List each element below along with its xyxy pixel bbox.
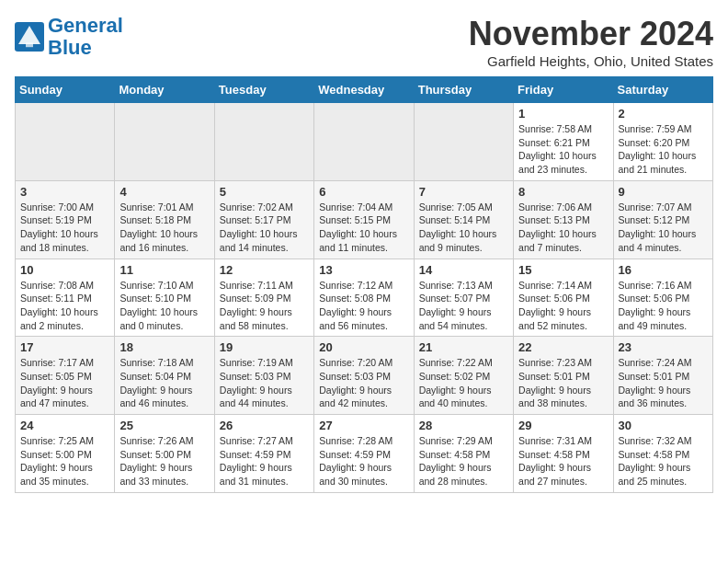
calendar-cell: 17Sunrise: 7:17 AM Sunset: 5:05 PM Dayli…: [16, 337, 115, 415]
calendar-cell: 18Sunrise: 7:18 AM Sunset: 5:04 PM Dayli…: [115, 337, 214, 415]
location: Garfield Heights, Ohio, United States: [469, 53, 713, 69]
weekday-header-cell: Sunday: [16, 77, 115, 103]
day-number: 23: [619, 340, 708, 354]
calendar-cell: 13Sunrise: 7:12 AM Sunset: 5:08 PM Dayli…: [314, 259, 414, 337]
calendar-cell: 16Sunrise: 7:16 AM Sunset: 5:06 PM Dayli…: [613, 259, 712, 337]
day-info: Sunrise: 7:25 AM Sunset: 5:00 PM Dayligh…: [20, 434, 109, 488]
day-number: 21: [419, 340, 508, 354]
calendar-cell: 29Sunrise: 7:31 AM Sunset: 4:58 PM Dayli…: [514, 415, 613, 493]
day-info: Sunrise: 7:20 AM Sunset: 5:03 PM Dayligh…: [319, 356, 408, 410]
day-info: Sunrise: 7:32 AM Sunset: 4:58 PM Dayligh…: [619, 434, 708, 488]
day-info: Sunrise: 7:07 AM Sunset: 5:12 PM Dayligh…: [619, 201, 708, 255]
day-number: 12: [220, 263, 309, 277]
month-title: November 2024: [469, 15, 713, 53]
day-number: 9: [619, 185, 708, 199]
calendar-cell: [314, 103, 414, 181]
calendar-cell: 8Sunrise: 7:06 AM Sunset: 5:13 PM Daylig…: [514, 180, 613, 259]
calendar-cell: 12Sunrise: 7:11 AM Sunset: 5:09 PM Dayli…: [214, 259, 313, 337]
calendar-cell: 9Sunrise: 7:07 AM Sunset: 5:12 PM Daylig…: [613, 180, 712, 259]
day-number: 28: [419, 419, 508, 432]
calendar-cell: 14Sunrise: 7:13 AM Sunset: 5:07 PM Dayli…: [414, 259, 513, 337]
day-number: 30: [619, 419, 708, 432]
day-number: 18: [119, 340, 209, 354]
day-number: 10: [20, 263, 109, 277]
calendar-cell: 30Sunrise: 7:32 AM Sunset: 4:58 PM Dayli…: [613, 415, 712, 493]
day-number: 7: [419, 185, 508, 199]
calendar-cell: 21Sunrise: 7:22 AM Sunset: 5:02 PM Dayli…: [414, 337, 513, 415]
day-info: Sunrise: 7:04 AM Sunset: 5:15 PM Dayligh…: [319, 201, 408, 255]
day-info: Sunrise: 7:29 AM Sunset: 4:58 PM Dayligh…: [419, 434, 508, 488]
calendar-cell: 25Sunrise: 7:26 AM Sunset: 5:00 PM Dayli…: [115, 415, 214, 493]
calendar-week-row: 24Sunrise: 7:25 AM Sunset: 5:00 PM Dayli…: [16, 415, 713, 493]
day-info: Sunrise: 7:23 AM Sunset: 5:01 PM Dayligh…: [518, 356, 608, 410]
calendar-cell: 11Sunrise: 7:10 AM Sunset: 5:10 PM Dayli…: [115, 259, 214, 337]
logo-text: General Blue: [48, 15, 123, 59]
calendar-cell: [214, 103, 313, 181]
calendar-cell: 5Sunrise: 7:02 AM Sunset: 5:17 PM Daylig…: [214, 180, 313, 259]
calendar-cell: [16, 103, 115, 181]
day-info: Sunrise: 7:26 AM Sunset: 5:00 PM Dayligh…: [119, 434, 209, 488]
calendar-body: 1Sunrise: 7:58 AM Sunset: 6:21 PM Daylig…: [16, 103, 713, 493]
day-number: 19: [220, 340, 309, 354]
calendar-cell: 7Sunrise: 7:05 AM Sunset: 5:14 PM Daylig…: [414, 180, 513, 259]
day-number: 14: [419, 263, 508, 277]
calendar-cell: 4Sunrise: 7:01 AM Sunset: 5:18 PM Daylig…: [115, 180, 214, 259]
calendar-cell: 2Sunrise: 7:59 AM Sunset: 6:20 PM Daylig…: [613, 103, 712, 181]
day-number: 2: [619, 107, 708, 121]
day-info: Sunrise: 7:10 AM Sunset: 5:10 PM Dayligh…: [119, 279, 209, 333]
calendar-cell: 15Sunrise: 7:14 AM Sunset: 5:06 PM Dayli…: [514, 259, 613, 337]
calendar-cell: [414, 103, 513, 181]
day-info: Sunrise: 7:58 AM Sunset: 6:21 PM Dayligh…: [518, 122, 608, 177]
weekday-header-cell: Thursday: [414, 77, 513, 103]
day-info: Sunrise: 7:05 AM Sunset: 5:14 PM Dayligh…: [419, 201, 508, 255]
calendar-cell: 1Sunrise: 7:58 AM Sunset: 6:21 PM Daylig…: [514, 103, 613, 181]
day-number: 1: [518, 107, 608, 121]
day-number: 5: [220, 185, 309, 199]
day-number: 24: [20, 419, 109, 432]
day-info: Sunrise: 7:59 AM Sunset: 6:20 PM Dayligh…: [619, 122, 708, 177]
day-number: 17: [20, 340, 109, 354]
svg-rect-2: [26, 43, 33, 48]
day-info: Sunrise: 7:08 AM Sunset: 5:11 PM Dayligh…: [20, 279, 109, 333]
day-number: 8: [518, 185, 608, 199]
calendar-week-row: 1Sunrise: 7:58 AM Sunset: 6:21 PM Daylig…: [16, 103, 713, 181]
day-number: 26: [220, 419, 309, 432]
weekday-header-row: SundayMondayTuesdayWednesdayThursdayFrid…: [16, 77, 713, 103]
weekday-header-cell: Friday: [514, 77, 613, 103]
day-info: Sunrise: 7:16 AM Sunset: 5:06 PM Dayligh…: [619, 279, 708, 333]
day-info: Sunrise: 7:19 AM Sunset: 5:03 PM Dayligh…: [220, 356, 309, 410]
calendar-week-row: 10Sunrise: 7:08 AM Sunset: 5:11 PM Dayli…: [16, 259, 713, 337]
calendar-table: SundayMondayTuesdayWednesdayThursdayFrid…: [15, 76, 713, 493]
day-info: Sunrise: 7:22 AM Sunset: 5:02 PM Dayligh…: [419, 356, 508, 410]
day-info: Sunrise: 7:31 AM Sunset: 4:58 PM Dayligh…: [518, 434, 608, 488]
calendar-cell: [115, 103, 214, 181]
day-info: Sunrise: 7:18 AM Sunset: 5:04 PM Dayligh…: [119, 356, 209, 410]
day-info: Sunrise: 7:11 AM Sunset: 5:09 PM Dayligh…: [220, 279, 309, 333]
day-info: Sunrise: 7:02 AM Sunset: 5:17 PM Dayligh…: [220, 201, 309, 255]
weekday-header-cell: Monday: [115, 77, 214, 103]
weekday-header-cell: Tuesday: [214, 77, 313, 103]
calendar-cell: 28Sunrise: 7:29 AM Sunset: 4:58 PM Dayli…: [414, 415, 513, 493]
day-number: 27: [319, 419, 408, 432]
calendar-cell: 26Sunrise: 7:27 AM Sunset: 4:59 PM Dayli…: [214, 415, 313, 493]
weekday-header-cell: Wednesday: [314, 77, 414, 103]
day-info: Sunrise: 7:01 AM Sunset: 5:18 PM Dayligh…: [119, 201, 209, 255]
day-info: Sunrise: 7:00 AM Sunset: 5:19 PM Dayligh…: [20, 201, 109, 255]
day-info: Sunrise: 7:27 AM Sunset: 4:59 PM Dayligh…: [220, 434, 309, 488]
day-info: Sunrise: 7:14 AM Sunset: 5:06 PM Dayligh…: [518, 279, 608, 333]
day-number: 15: [518, 263, 608, 277]
page-header: General Blue November 2024 Garfield Heig…: [15, 15, 713, 69]
calendar-cell: 3Sunrise: 7:00 AM Sunset: 5:19 PM Daylig…: [16, 180, 115, 259]
calendar-cell: 22Sunrise: 7:23 AM Sunset: 5:01 PM Dayli…: [514, 337, 613, 415]
day-number: 16: [619, 263, 708, 277]
day-number: 11: [119, 263, 209, 277]
calendar-cell: 6Sunrise: 7:04 AM Sunset: 5:15 PM Daylig…: [314, 180, 414, 259]
day-info: Sunrise: 7:17 AM Sunset: 5:05 PM Dayligh…: [20, 356, 109, 410]
day-number: 20: [319, 340, 408, 354]
day-number: 4: [119, 185, 209, 199]
logo-icon: [15, 22, 44, 52]
calendar-cell: 10Sunrise: 7:08 AM Sunset: 5:11 PM Dayli…: [16, 259, 115, 337]
day-number: 3: [20, 185, 109, 199]
day-info: Sunrise: 7:06 AM Sunset: 5:13 PM Dayligh…: [518, 201, 608, 255]
day-number: 6: [319, 185, 408, 199]
